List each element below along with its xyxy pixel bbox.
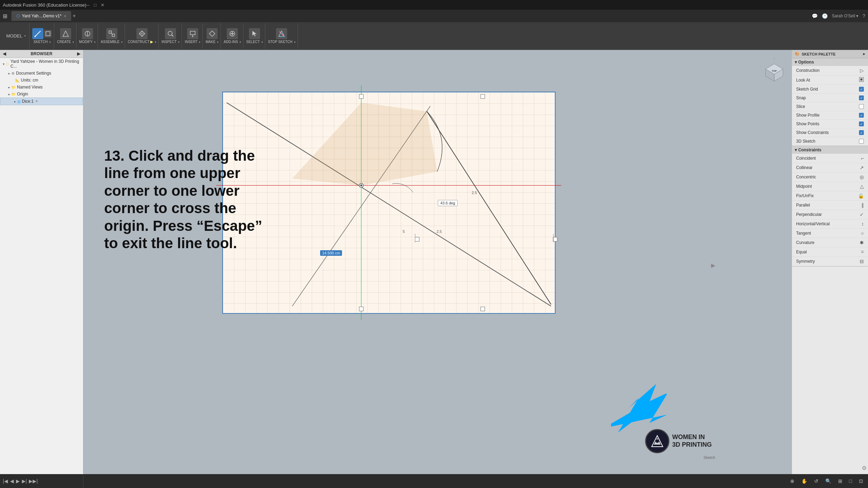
tab-close-icon[interactable]: ✕ <box>64 14 66 18</box>
sketch-grid-row[interactable]: Sketch Grid ✓ <box>792 85 868 94</box>
collinear-icon: ↗ <box>860 165 864 170</box>
orbit-btn[interactable]: ↺ <box>812 477 820 485</box>
tangent-icon: ○ <box>861 230 864 236</box>
browser-origin-label: Origin <box>17 92 28 96</box>
svg-rect-6 <box>109 31 111 33</box>
parallel-row[interactable]: Parallel ∥ <box>792 201 868 210</box>
window-controls: ─ □ ✕ <box>86 2 105 8</box>
look-at-row[interactable]: Look At <box>792 75 868 85</box>
next-btn[interactable]: ▶| <box>22 478 27 484</box>
options-collapse-icon: ▾ <box>795 60 797 65</box>
symmetry-row[interactable]: Symmetry ⊟ <box>792 257 868 266</box>
toolbar-create[interactable]: CREATE ▾ <box>55 23 76 49</box>
canvas-area[interactable]: 13. Click and drag the line from one upp… <box>83 50 792 474</box>
tangent-label: Tangent <box>796 231 811 236</box>
show-profile-row[interactable]: Show Profile ✓ <box>792 111 868 120</box>
horizontal-vertical-row[interactable]: Horizontal/Vertical ↕ <box>792 219 868 229</box>
layer-icon: ▨ <box>17 100 20 103</box>
browser-item-root[interactable]: ▾ ⬡ Yard Yahtzee - Women in 3D Printing … <box>0 58 83 70</box>
toolbar-make[interactable]: MAKE ▾ <box>203 23 221 49</box>
instruction-text: 13. Click and drag the line from one upp… <box>104 147 271 252</box>
dim-num2: 2.5 <box>436 229 442 234</box>
palette-settings-gear[interactable]: ⚙ <box>862 465 867 471</box>
equal-label: Equal <box>796 250 807 254</box>
browser-item-dice[interactable]: ▸ ▨ Dice:1 👁 <box>0 98 83 105</box>
3d-sketch-checkbox[interactable] <box>859 139 864 144</box>
origin-btn[interactable]: ⊕ <box>788 477 796 485</box>
history-icon[interactable]: 🕐 <box>822 13 828 19</box>
bottom-bar: |◀ ◀ ▶ ▶| ▶▶| 📷 ⬛ ⊕ ✋ ↺ 🔍 ⊞ □ ⊡ <box>0 474 868 488</box>
svg-line-0 <box>35 31 41 36</box>
browser-item-named-views[interactable]: ▸ 📁 Named Views <box>0 84 83 91</box>
browser-expand-icon[interactable]: ▶ <box>77 51 80 56</box>
view-cube-svg[interactable]: TOP <box>764 62 785 83</box>
view-btn[interactable]: □ <box>847 477 854 485</box>
coincident-row[interactable]: Coincident ⌐ <box>792 154 868 163</box>
sketch-grid-checkbox[interactable]: ✓ <box>859 87 864 92</box>
right-panel-collapse[interactable]: ▶ <box>711 262 715 269</box>
fix-unfix-row[interactable]: Fix/UnFix 🔒 <box>792 191 868 201</box>
toolbar-assemble[interactable]: ASSEMBLE ▾ <box>99 23 125 49</box>
toolbar-construct[interactable]: CONSTRUCT ▶ ▾ <box>126 23 159 49</box>
tangent-row[interactable]: Tangent ○ <box>792 229 868 238</box>
toolbar-addins[interactable]: ADD-INS ▾ <box>222 23 243 49</box>
show-points-checkbox[interactable]: ✓ <box>859 121 864 126</box>
browser-item-origin[interactable]: ▸ 📁 Origin <box>0 91 83 98</box>
svg-point-31 <box>656 439 659 443</box>
3d-sketch-row[interactable]: 3D Sketch <box>792 137 868 146</box>
user-menu[interactable]: Sarah O'Sell ▾ <box>832 14 858 18</box>
palette-collapse[interactable]: ▸ <box>863 52 865 56</box>
pan-btn[interactable]: ✋ <box>799 477 809 485</box>
slice-row[interactable]: Slice <box>792 102 868 111</box>
toolbar-inspect[interactable]: INSPECT ▾ <box>159 23 182 49</box>
display-btn[interactable]: ⊡ <box>857 477 865 485</box>
prev-btn[interactable]: ◀ <box>10 478 14 484</box>
minimize-icon[interactable]: ─ <box>86 2 90 8</box>
skip-back-btn[interactable]: |◀ <box>3 478 8 484</box>
fit-btn[interactable]: ⊞ <box>836 477 844 485</box>
home-icon[interactable]: ⊞ <box>3 13 7 19</box>
slice-checkbox[interactable] <box>859 104 864 109</box>
toolbar-select[interactable]: SELECT ▾ <box>244 23 265 49</box>
equal-row[interactable]: Equal = <box>792 247 868 257</box>
add-tab-icon[interactable]: + <box>73 13 76 19</box>
play-btn[interactable]: ▶ <box>16 478 20 484</box>
curvature-label: Curvature <box>796 240 815 245</box>
help-icon[interactable]: ? <box>862 13 865 19</box>
show-constraints-checkbox[interactable]: ✓ <box>859 130 864 135</box>
constraints-section-header[interactable]: ▾ Constraints <box>792 146 868 154</box>
chat-icon[interactable]: 💬 <box>812 13 818 19</box>
toolbar-stop-sketch[interactable]: STOP SKETCH ▾ <box>266 23 298 49</box>
coincident-icon: ⌐ <box>861 155 864 161</box>
perpendicular-row[interactable]: Perpendicular ✓ <box>792 210 868 219</box>
show-profile-checkbox[interactable]: ✓ <box>859 113 864 118</box>
restore-icon[interactable]: □ <box>94 2 97 8</box>
construction-row[interactable]: Construction ▷ <box>792 66 868 75</box>
toolbar-insert[interactable]: INSERT ▾ <box>183 23 203 49</box>
close-icon[interactable]: ✕ <box>101 2 105 8</box>
expand-arrow4: ▸ <box>14 100 16 103</box>
toolbar-modify[interactable]: MODIFY ▾ <box>77 23 98 49</box>
skip-fwd-btn[interactable]: ▶▶| <box>29 478 38 484</box>
options-section-header[interactable]: ▾ Options <box>792 58 868 66</box>
midpoint-row[interactable]: Midpoint △ <box>792 182 868 191</box>
model-button[interactable]: MODEL ▾ <box>3 23 30 49</box>
sketch-canvas[interactable]: 2.5 2.5 5 43.6 deg 14.500 cm <box>222 92 556 314</box>
concentric-row[interactable]: Concentric ◎ <box>792 173 868 182</box>
browser-collapse-icon[interactable]: ◀ <box>3 51 6 56</box>
toolbar-sketch[interactable]: SKETCH ▾ <box>30 23 54 49</box>
active-tab[interactable]: ⬡ Yard Yah....Demo v1* ✕ <box>11 11 71 21</box>
construction-icon: ▷ <box>860 68 864 73</box>
snap-row[interactable]: Snap ✓ <box>792 94 868 102</box>
units-icon: 📐 <box>15 78 19 82</box>
zoom-btn[interactable]: 🔍 <box>823 477 833 485</box>
snap-checkbox[interactable]: ✓ <box>859 95 864 100</box>
handle-right <box>553 237 557 241</box>
show-points-row[interactable]: Show Points ✓ <box>792 120 868 128</box>
curvature-row[interactable]: Curvature ✱ <box>792 238 868 247</box>
show-constraints-row[interactable]: Show Constraints ✓ <box>792 128 868 137</box>
browser-item-doc-settings[interactable]: ▸ ⚙ Document Settings <box>0 70 83 77</box>
collinear-row[interactable]: Collinear ↗ <box>792 163 868 173</box>
look-at-label: Look At <box>796 78 810 83</box>
visibility-icon[interactable]: 👁 <box>35 100 38 103</box>
